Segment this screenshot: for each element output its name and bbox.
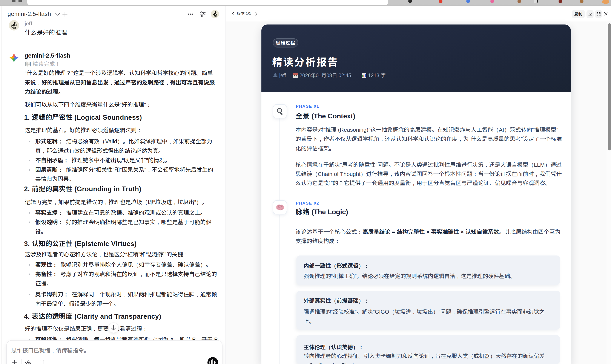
svg-text:17: 17 — [294, 75, 297, 78]
